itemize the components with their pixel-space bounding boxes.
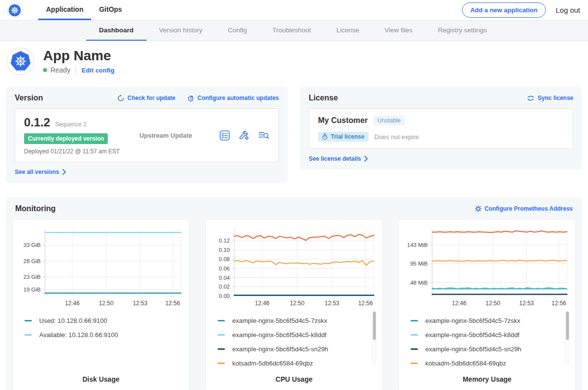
chart-card-cpu-usage: 0.000.020.040.060.080.100.1212:4612:5012… <box>205 219 383 390</box>
refresh-icon <box>117 95 124 102</box>
customer-name: My Customer <box>318 116 368 125</box>
legend-swatch-icon <box>411 348 418 350</box>
check-for-update-link[interactable]: Check for update <box>117 95 175 102</box>
scrollbar-thumb[interactable] <box>373 312 376 340</box>
app-status-row: Ready Edit config <box>43 66 115 74</box>
logout-button[interactable]: Log out <box>556 6 580 14</box>
status-text: Ready <box>50 66 70 74</box>
chart-legend: example-nginx-5bc6f5d4c5-7zskxexample-ng… <box>211 309 377 370</box>
app-icon <box>7 48 34 75</box>
scrollbar-thumb[interactable] <box>566 312 569 340</box>
sub-tab-version-history[interactable]: Version history <box>147 21 216 41</box>
legend-item: example-nginx-5bc6f5d4c5-sn29h <box>218 342 377 356</box>
sub-tab-view-files[interactable]: View files <box>372 21 425 41</box>
preflight-checklist-icon[interactable] <box>220 130 230 141</box>
version-source-label: Upstream Update <box>139 132 192 139</box>
sub-tab-config[interactable]: Config <box>215 21 260 41</box>
legend-scrollbar[interactable] <box>372 311 376 365</box>
top-nav-tabs: ApplicationGitOps <box>38 0 130 20</box>
svg-text:23 GiB: 23 GiB <box>24 274 41 280</box>
svg-text:12:46: 12:46 <box>65 300 79 307</box>
chart-line-4 <box>234 234 374 240</box>
svg-text:0.10: 0.10 <box>219 247 230 253</box>
current-version-box: 0.1.2 Sequence 2 Currently deployed vers… <box>15 108 279 162</box>
legend-swatch-icon <box>218 348 225 350</box>
legend-swatch-icon <box>218 363 225 364</box>
sub-tab-troubleshoot[interactable]: Troubleshoot <box>260 21 323 41</box>
chart-line-4 <box>432 231 567 232</box>
version-sequence: Sequence 2 <box>55 121 86 128</box>
legend-label: example-nginx-5bc6f5d4c5-k8ddf <box>232 331 326 339</box>
kubernetes-app-icon <box>7 48 34 75</box>
license-box: My Customer Unstable Trial license Does … <box>309 108 573 149</box>
svg-text:0.00: 0.00 <box>219 293 230 299</box>
edit-config-link[interactable]: Edit config <box>81 67 114 74</box>
svg-text:12:53: 12:53 <box>133 300 147 307</box>
legend-item: kotsadm-5db6dc6584-69qbz <box>218 356 377 370</box>
legend-label: example-nginx-5bc6f5d4c5-sn29h <box>425 345 521 353</box>
charts-row: 19 GiB23 GiB28 GiB33 GiB12:4612:5012:531… <box>12 219 576 390</box>
svg-text:12:46: 12:46 <box>452 300 466 307</box>
see-license-details-link[interactable]: See license details <box>309 155 368 162</box>
brand-logo <box>7 0 23 20</box>
sync-arrows-icon <box>527 95 535 101</box>
monitoring-card: Monitoring Configure Prometheus Address <box>6 197 582 390</box>
top-tab-application[interactable]: Application <box>38 0 91 20</box>
svg-text:48 MiB: 48 MiB <box>410 280 428 286</box>
chart-legend: Used: 10.128.0.66:9100Available: 10.128.… <box>18 309 184 370</box>
legend-swatch-icon <box>218 334 225 336</box>
stopwatch-icon <box>322 133 328 140</box>
top-nav: ApplicationGitOps Add a new application … <box>0 0 588 21</box>
svg-text:12:46: 12:46 <box>255 300 270 307</box>
sync-license-link[interactable]: Sync license <box>527 95 573 101</box>
legend-label: example-nginx-5bc6f5d4c5-7zskx <box>232 317 327 324</box>
kubernetes-wheel-icon <box>7 2 23 18</box>
sub-tab-license[interactable]: License <box>323 21 372 41</box>
svg-text:12:56: 12:56 <box>358 300 373 307</box>
legend-swatch-icon <box>411 363 418 364</box>
main-content: Version Check for update <box>0 83 588 390</box>
cards-row: Version Check for update <box>6 87 582 183</box>
top-tab-gitops[interactable]: GitOps <box>91 0 130 20</box>
schedule-refresh-icon <box>187 95 195 102</box>
svg-text:12:56: 12:56 <box>551 300 566 307</box>
configure-prometheus-link[interactable]: Configure Prometheus Address <box>475 205 573 212</box>
add-application-button[interactable]: Add a new application <box>462 2 546 18</box>
file-search-icon[interactable] <box>258 131 270 140</box>
sub-tab-dashboard[interactable]: Dashboard <box>86 21 147 41</box>
top-nav-right: Add a new application Log out <box>462 0 588 20</box>
chevron-right-icon <box>364 156 368 162</box>
legend-scrollbar[interactable] <box>565 311 569 365</box>
configure-automatic-updates-link[interactable]: Configure automatic updates <box>187 95 279 102</box>
sub-tab-registry-settings[interactable]: Registry settings <box>425 21 500 41</box>
trial-license-badge: Trial license <box>318 132 368 142</box>
license-expiry: Does not expire <box>374 133 419 141</box>
svg-text:0.06: 0.06 <box>219 266 230 271</box>
version-card: Version Check for update <box>6 87 288 183</box>
legend-swatch-icon <box>24 334 32 336</box>
legend-swatch-icon <box>218 320 225 321</box>
chart-line-3 <box>432 260 567 262</box>
wrench-gear-icon[interactable] <box>239 130 249 141</box>
chart-plot-cpu-usage: 0.000.020.040.060.080.100.1212:4612:5012… <box>211 225 376 309</box>
app-header: App Name Ready Edit config <box>0 41 588 83</box>
license-card: License Sync license My Custo <box>300 87 582 170</box>
legend-swatch-icon <box>24 320 32 321</box>
legend-item: example-nginx-5bc6f5d4c5-k8ddf <box>218 328 377 342</box>
svg-text:143 MiB: 143 MiB <box>407 242 428 248</box>
app-sub-nav: DashboardVersion historyConfigTroublesho… <box>0 21 588 41</box>
legend-swatch-icon <box>411 334 418 336</box>
legend-item: Available: 10.128.0.66:9100 <box>24 328 184 342</box>
svg-text:12:50: 12:50 <box>290 300 304 307</box>
chart-plot-disk-usage: 19 GiB23 GiB28 GiB33 GiB12:4612:5012:531… <box>18 225 183 309</box>
svg-text:0.02: 0.02 <box>219 284 230 290</box>
svg-text:28 GiB: 28 GiB <box>24 258 41 264</box>
see-all-versions-link[interactable]: See all versions <box>15 169 66 175</box>
svg-text:0.04: 0.04 <box>219 275 230 281</box>
svg-text:12:50: 12:50 <box>99 300 114 307</box>
chart-card-disk-usage: 19 GiB23 GiB28 GiB33 GiB12:4612:5012:531… <box>12 219 190 390</box>
channel-badge: Unstable <box>373 116 404 125</box>
chart-title: CPU Usage <box>211 370 377 387</box>
legend-label: kotsadm-5db6dc6584-69qbz <box>425 360 506 367</box>
legend-label: example-nginx-5bc6f5d4c5-k8ddf <box>425 331 519 339</box>
